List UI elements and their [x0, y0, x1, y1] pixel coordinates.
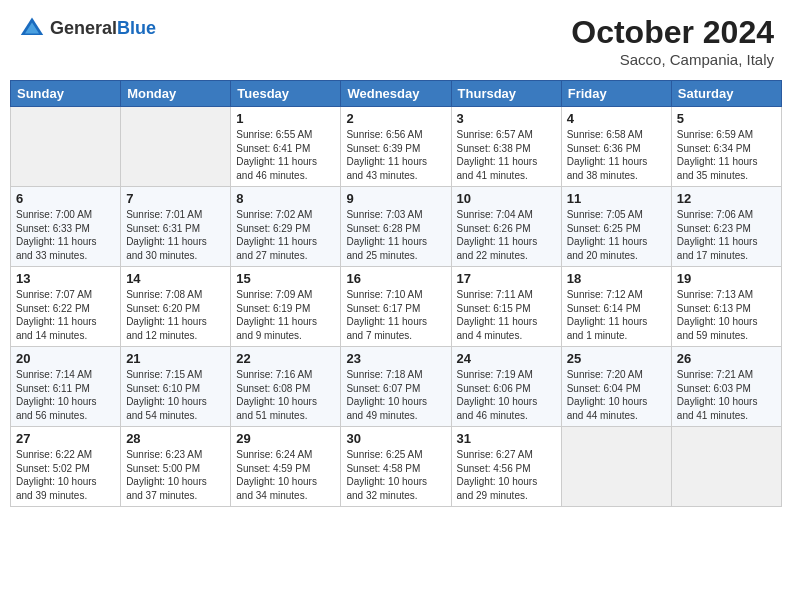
calendar-cell: 27Sunrise: 6:22 AMSunset: 5:02 PMDayligh… [11, 427, 121, 507]
day-header-tuesday: Tuesday [231, 81, 341, 107]
cell-info: Sunrise: 7:00 AMSunset: 6:33 PMDaylight:… [16, 208, 115, 262]
calendar-cell: 11Sunrise: 7:05 AMSunset: 6:25 PMDayligh… [561, 187, 671, 267]
calendar-cell [561, 427, 671, 507]
cell-info: Sunrise: 7:16 AMSunset: 6:08 PMDaylight:… [236, 368, 335, 422]
day-number: 8 [236, 191, 335, 206]
calendar-cell: 15Sunrise: 7:09 AMSunset: 6:19 PMDayligh… [231, 267, 341, 347]
calendar-cell: 28Sunrise: 6:23 AMSunset: 5:00 PMDayligh… [121, 427, 231, 507]
day-number: 7 [126, 191, 225, 206]
day-number: 26 [677, 351, 776, 366]
day-number: 21 [126, 351, 225, 366]
day-header-thursday: Thursday [451, 81, 561, 107]
cell-info: Sunrise: 7:08 AMSunset: 6:20 PMDaylight:… [126, 288, 225, 342]
calendar-cell [11, 107, 121, 187]
calendar-cell: 9Sunrise: 7:03 AMSunset: 6:28 PMDaylight… [341, 187, 451, 267]
day-header-friday: Friday [561, 81, 671, 107]
page-header: GeneralBlue October 2024 Sacco, Campania… [10, 10, 782, 72]
cell-info: Sunrise: 7:19 AMSunset: 6:06 PMDaylight:… [457, 368, 556, 422]
logo: GeneralBlue [18, 14, 156, 42]
calendar-cell: 30Sunrise: 6:25 AMSunset: 4:58 PMDayligh… [341, 427, 451, 507]
day-number: 20 [16, 351, 115, 366]
calendar-cell: 17Sunrise: 7:11 AMSunset: 6:15 PMDayligh… [451, 267, 561, 347]
calendar-cell: 23Sunrise: 7:18 AMSunset: 6:07 PMDayligh… [341, 347, 451, 427]
title-section: October 2024 Sacco, Campania, Italy [571, 14, 774, 68]
day-number: 14 [126, 271, 225, 286]
logo-icon [18, 14, 46, 42]
cell-info: Sunrise: 6:59 AMSunset: 6:34 PMDaylight:… [677, 128, 776, 182]
day-number: 28 [126, 431, 225, 446]
cell-info: Sunrise: 7:05 AMSunset: 6:25 PMDaylight:… [567, 208, 666, 262]
calendar-cell: 24Sunrise: 7:19 AMSunset: 6:06 PMDayligh… [451, 347, 561, 427]
calendar-cell: 10Sunrise: 7:04 AMSunset: 6:26 PMDayligh… [451, 187, 561, 267]
calendar-cell [671, 427, 781, 507]
day-number: 5 [677, 111, 776, 126]
day-header-wednesday: Wednesday [341, 81, 451, 107]
location: Sacco, Campania, Italy [571, 51, 774, 68]
calendar-cell: 29Sunrise: 6:24 AMSunset: 4:59 PMDayligh… [231, 427, 341, 507]
calendar-header-row: SundayMondayTuesdayWednesdayThursdayFrid… [11, 81, 782, 107]
day-number: 17 [457, 271, 556, 286]
calendar-cell: 20Sunrise: 7:14 AMSunset: 6:11 PMDayligh… [11, 347, 121, 427]
calendar-cell: 13Sunrise: 7:07 AMSunset: 6:22 PMDayligh… [11, 267, 121, 347]
cell-info: Sunrise: 7:03 AMSunset: 6:28 PMDaylight:… [346, 208, 445, 262]
cell-info: Sunrise: 7:01 AMSunset: 6:31 PMDaylight:… [126, 208, 225, 262]
day-number: 22 [236, 351, 335, 366]
cell-info: Sunrise: 7:21 AMSunset: 6:03 PMDaylight:… [677, 368, 776, 422]
cell-info: Sunrise: 6:27 AMSunset: 4:56 PMDaylight:… [457, 448, 556, 502]
calendar-week-3: 13Sunrise: 7:07 AMSunset: 6:22 PMDayligh… [11, 267, 782, 347]
cell-info: Sunrise: 6:57 AMSunset: 6:38 PMDaylight:… [457, 128, 556, 182]
day-header-saturday: Saturday [671, 81, 781, 107]
calendar-week-4: 20Sunrise: 7:14 AMSunset: 6:11 PMDayligh… [11, 347, 782, 427]
day-number: 24 [457, 351, 556, 366]
day-number: 4 [567, 111, 666, 126]
day-number: 25 [567, 351, 666, 366]
calendar-cell: 12Sunrise: 7:06 AMSunset: 6:23 PMDayligh… [671, 187, 781, 267]
day-number: 9 [346, 191, 445, 206]
day-number: 23 [346, 351, 445, 366]
cell-info: Sunrise: 7:06 AMSunset: 6:23 PMDaylight:… [677, 208, 776, 262]
calendar-cell: 16Sunrise: 7:10 AMSunset: 6:17 PMDayligh… [341, 267, 451, 347]
cell-info: Sunrise: 7:07 AMSunset: 6:22 PMDaylight:… [16, 288, 115, 342]
calendar-week-1: 1Sunrise: 6:55 AMSunset: 6:41 PMDaylight… [11, 107, 782, 187]
day-number: 11 [567, 191, 666, 206]
calendar-cell: 19Sunrise: 7:13 AMSunset: 6:13 PMDayligh… [671, 267, 781, 347]
calendar-cell: 21Sunrise: 7:15 AMSunset: 6:10 PMDayligh… [121, 347, 231, 427]
cell-info: Sunrise: 7:18 AMSunset: 6:07 PMDaylight:… [346, 368, 445, 422]
day-number: 12 [677, 191, 776, 206]
calendar-table: SundayMondayTuesdayWednesdayThursdayFrid… [10, 80, 782, 507]
calendar-cell: 22Sunrise: 7:16 AMSunset: 6:08 PMDayligh… [231, 347, 341, 427]
calendar-week-5: 27Sunrise: 6:22 AMSunset: 5:02 PMDayligh… [11, 427, 782, 507]
calendar-cell: 3Sunrise: 6:57 AMSunset: 6:38 PMDaylight… [451, 107, 561, 187]
calendar-cell: 7Sunrise: 7:01 AMSunset: 6:31 PMDaylight… [121, 187, 231, 267]
day-number: 16 [346, 271, 445, 286]
calendar-week-2: 6Sunrise: 7:00 AMSunset: 6:33 PMDaylight… [11, 187, 782, 267]
cell-info: Sunrise: 7:20 AMSunset: 6:04 PMDaylight:… [567, 368, 666, 422]
day-number: 3 [457, 111, 556, 126]
day-number: 1 [236, 111, 335, 126]
cell-info: Sunrise: 6:25 AMSunset: 4:58 PMDaylight:… [346, 448, 445, 502]
month-title: October 2024 [571, 14, 774, 51]
calendar-cell: 25Sunrise: 7:20 AMSunset: 6:04 PMDayligh… [561, 347, 671, 427]
day-number: 10 [457, 191, 556, 206]
logo-general: General [50, 18, 117, 38]
cell-info: Sunrise: 6:22 AMSunset: 5:02 PMDaylight:… [16, 448, 115, 502]
calendar-cell: 26Sunrise: 7:21 AMSunset: 6:03 PMDayligh… [671, 347, 781, 427]
calendar-cell: 4Sunrise: 6:58 AMSunset: 6:36 PMDaylight… [561, 107, 671, 187]
day-number: 31 [457, 431, 556, 446]
calendar-cell: 8Sunrise: 7:02 AMSunset: 6:29 PMDaylight… [231, 187, 341, 267]
day-number: 2 [346, 111, 445, 126]
day-header-sunday: Sunday [11, 81, 121, 107]
calendar-cell: 2Sunrise: 6:56 AMSunset: 6:39 PMDaylight… [341, 107, 451, 187]
cell-info: Sunrise: 6:58 AMSunset: 6:36 PMDaylight:… [567, 128, 666, 182]
day-number: 29 [236, 431, 335, 446]
cell-info: Sunrise: 6:56 AMSunset: 6:39 PMDaylight:… [346, 128, 445, 182]
calendar-cell: 31Sunrise: 6:27 AMSunset: 4:56 PMDayligh… [451, 427, 561, 507]
day-number: 6 [16, 191, 115, 206]
day-header-monday: Monday [121, 81, 231, 107]
calendar-cell [121, 107, 231, 187]
day-number: 30 [346, 431, 445, 446]
calendar-cell: 14Sunrise: 7:08 AMSunset: 6:20 PMDayligh… [121, 267, 231, 347]
day-number: 19 [677, 271, 776, 286]
day-number: 15 [236, 271, 335, 286]
cell-info: Sunrise: 6:24 AMSunset: 4:59 PMDaylight:… [236, 448, 335, 502]
